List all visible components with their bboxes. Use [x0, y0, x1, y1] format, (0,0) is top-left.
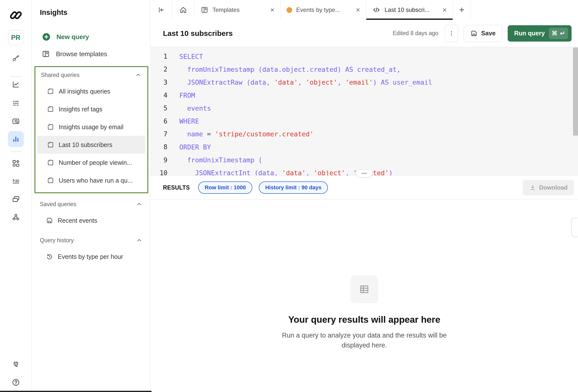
icon-rail: PR — [0, 0, 32, 392]
rail-item-trends[interactable] — [12, 81, 20, 89]
unsaved-dot-icon — [287, 7, 292, 13]
sidebar-item[interactable]: Insights usage by email — [37, 118, 145, 136]
avatar-initials: PR — [11, 34, 21, 42]
rail-divider — [10, 77, 22, 77]
tab-label: Templates — [212, 6, 240, 13]
edge-scroll-handle[interactable] — [571, 218, 578, 237]
avatar[interactable]: PR — [8, 30, 24, 45]
sidebar-item[interactable]: Insights ref tags — [37, 100, 145, 118]
windows-icon — [12, 195, 20, 203]
download-icon — [529, 184, 536, 191]
empty-state-body: Run a query to analyze your data and the… — [278, 330, 451, 350]
query-icon — [47, 177, 54, 184]
sidebar-item[interactable]: Events by type per hour — [36, 248, 146, 265]
sidebar-item[interactable]: Users who have run a qu... — [37, 172, 145, 189]
code-token: fromUnixTimestamp (data.object.created) … — [179, 66, 400, 73]
results-pills: Row limit : 1000History limit : 90 days — [190, 181, 328, 194]
rail-item-events[interactable] — [12, 99, 20, 107]
apps-shapes-icon — [12, 159, 20, 168]
rail-item-notebooks[interactable] — [12, 195, 20, 203]
close-icon[interactable]: × — [270, 6, 274, 14]
app-logo[interactable] — [9, 10, 23, 21]
rail-item-session-search[interactable] — [12, 117, 20, 126]
sidebar-item[interactable]: Last 10 subscribers — [37, 136, 145, 154]
history-icon — [46, 253, 53, 260]
results-empty-state: Your query results will appear here Run … — [150, 200, 578, 392]
new-tab-button[interactable]: + — [453, 0, 471, 20]
key-icon — [12, 54, 20, 62]
code-lines: 1SELECT2 fromUnixTimestamp (data.object.… — [150, 50, 578, 176]
sql-editor[interactable]: 1SELECT2 fromUnixTimestamp (data.object.… — [150, 47, 578, 176]
download-button[interactable]: Download — [523, 180, 574, 195]
code-line[interactable]: 3 JSONExtractRaw (data, 'data', 'object'… — [150, 76, 578, 89]
browse-templates-button[interactable]: Browse templates — [42, 45, 150, 63]
code-line[interactable]: 6WHERE — [150, 115, 578, 128]
code-token: 'object' — [306, 79, 337, 86]
window-bottom-edge — [0, 391, 151, 392]
tab-last-10-subscribers[interactable]: Last 10 subscri... × — [366, 0, 453, 20]
limit-pill[interactable]: History limit : 90 days — [259, 181, 328, 194]
home-button[interactable] — [172, 0, 195, 20]
new-query-label: New query — [56, 33, 89, 41]
tab-templates[interactable]: Templates × — [195, 0, 281, 20]
sidebar-item-label: Number of people viewin... — [59, 159, 132, 166]
line-number: 1 — [150, 53, 167, 60]
rail-item-insights-active[interactable] — [8, 131, 24, 147]
code-line[interactable]: 7 name = 'stripe/customer.created' — [150, 128, 578, 140]
edited-timestamp: Edited 8 days ago — [393, 30, 438, 37]
template-icon — [42, 50, 50, 58]
more-options-button[interactable] — [445, 25, 458, 42]
code-line[interactable]: 1SELECT — [150, 50, 578, 63]
line-number: 2 — [150, 66, 167, 73]
sidebar-item[interactable]: Number of people viewin... — [37, 154, 145, 172]
rail-item-apps[interactable] — [12, 159, 20, 168]
rail-divider — [10, 151, 22, 152]
results-toolbar: RESULTS Row limit : 1000History limit : … — [150, 176, 578, 199]
new-query-button[interactable]: New query — [42, 29, 150, 45]
tab-label: Events by type... — [296, 6, 340, 13]
table-icon — [359, 284, 370, 295]
sidebar-item-label: Events by type per hour — [58, 253, 123, 260]
code-line[interactable]: 4FROM — [150, 89, 578, 102]
sidebar-item[interactable]: Recent events — [36, 212, 146, 229]
bar-chart-icon — [11, 135, 20, 143]
code-token: FROM — [179, 91, 195, 99]
rail-item-help[interactable] — [12, 378, 20, 387]
panel-resize-handle[interactable] — [356, 169, 373, 177]
run-query-button[interactable]: Run query ⌘ ↵ — [508, 25, 572, 42]
collapse-sidebar-button[interactable] — [150, 0, 172, 20]
rail-item-console[interactable] — [12, 177, 20, 185]
sidebar-item-label: Insights ref tags — [59, 106, 102, 113]
section-header-label: Query history — [40, 237, 74, 244]
rail-item-integrations[interactable] — [12, 360, 20, 369]
section-header[interactable]: Shared queries — [35, 68, 147, 83]
rail-item-pipeline[interactable] — [12, 213, 20, 221]
sidebar-item[interactable]: All insights queries — [37, 83, 145, 100]
editor-scrollbar[interactable] — [573, 47, 578, 136]
code-line[interactable]: 5 events — [150, 102, 578, 115]
code-line[interactable]: 8ORDER BY — [150, 140, 578, 153]
results-label: RESULTS — [163, 184, 190, 191]
section-header-label: Saved queries — [40, 201, 76, 208]
query-icon — [47, 159, 54, 166]
code-token: JSONExtractInt (data, — [179, 169, 282, 176]
code-line[interactable]: 2 fromUnixTimestamp (data.object.created… — [150, 63, 578, 76]
section-header[interactable]: Saved queries — [34, 197, 148, 212]
close-icon[interactable]: × — [442, 6, 447, 14]
section-header[interactable]: Query history — [34, 233, 148, 248]
limit-pill[interactable]: Row limit : 1000 — [198, 181, 252, 194]
chevron-up-icon — [136, 237, 143, 244]
sidebar-item-label: Recent events — [58, 217, 97, 224]
code-token — [211, 130, 215, 138]
query-icon — [47, 123, 54, 131]
code-token: WHERE — [179, 117, 199, 125]
tab-events-by-type[interactable]: Events by type... × — [281, 0, 366, 20]
code-token: ) AS user_email — [373, 79, 432, 86]
rail-item-api-keys[interactable] — [12, 54, 20, 62]
code-token: fromUnixTimestamp ( — [179, 156, 262, 164]
browse-templates-label: Browse templates — [56, 50, 107, 58]
close-icon[interactable]: × — [356, 6, 360, 14]
save-button[interactable]: Save — [464, 25, 502, 42]
code-line[interactable]: 9 fromUnixTimestamp ( — [150, 153, 578, 166]
query-header: Last 10 subscribers Edited 8 days ago Sa… — [150, 20, 578, 47]
